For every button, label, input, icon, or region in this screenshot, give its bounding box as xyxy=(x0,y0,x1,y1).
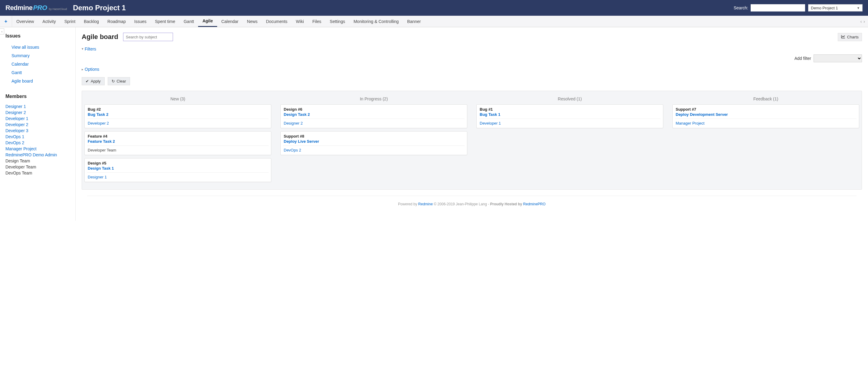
tab-overview[interactable]: Overview xyxy=(12,16,38,27)
footer: Powered by Redmine © 2006-2019 Jean-Phil… xyxy=(87,196,857,215)
reload-icon: ↻ xyxy=(112,79,115,84)
column-header: New (3) xyxy=(84,94,271,104)
board-card[interactable]: Bug #1Bug Task 1Developer 1 xyxy=(476,104,663,128)
board-card[interactable]: Design #5Design Task 1Designer 1 xyxy=(84,158,271,182)
board-column: Feedback (1)Support #7Deploy Development… xyxy=(670,91,862,189)
tabs-prev-icon[interactable]: ‹ xyxy=(861,19,862,24)
chevron-down-icon: ▾ xyxy=(82,47,84,51)
search-label: Search: xyxy=(734,5,748,10)
card-assignee[interactable]: DevOps 2 xyxy=(284,148,301,152)
card-title[interactable]: Deploy Live Server xyxy=(284,139,464,144)
tabs-next-icon[interactable]: › xyxy=(864,19,865,24)
member-devops-2[interactable]: DevOps 2 xyxy=(5,140,70,146)
tab-roadmap[interactable]: Roadmap xyxy=(103,16,130,27)
logo[interactable]: RedminePRO by HazerCloud xyxy=(5,4,67,12)
member-developer-3[interactable]: Developer 3 xyxy=(5,128,70,134)
tab-news[interactable]: News xyxy=(243,16,262,27)
apply-label: Apply xyxy=(91,79,101,84)
search-input[interactable] xyxy=(751,4,805,11)
search-wrap: Search: xyxy=(734,4,805,11)
card-assignee[interactable]: Developer 1 xyxy=(480,121,501,126)
chevron-right-icon: ▸ xyxy=(82,67,84,71)
tab-wiki[interactable]: Wiki xyxy=(291,16,308,27)
sidebar-link-summary[interactable]: Summary xyxy=(5,52,70,60)
sidebar-link-gantt[interactable]: Gantt xyxy=(5,68,70,77)
sidebar-collapse-handle[interactable]: ‹ xyxy=(0,28,4,34)
sidebar-link-view-all-issues[interactable]: View all issues xyxy=(5,43,70,52)
tab-calendar[interactable]: Calendar xyxy=(217,16,243,27)
footer-hosted: Proudly Hosted by xyxy=(490,202,523,206)
card-type: Bug #1 xyxy=(480,107,660,112)
card-type: Support #7 xyxy=(676,107,856,112)
tab-agile[interactable]: Agile xyxy=(198,16,217,27)
page-title: Agile board xyxy=(82,33,118,41)
board-card[interactable]: Support #8Deploy Live ServerDevOps 2 xyxy=(280,131,467,155)
logo-text: Redmine xyxy=(5,4,32,12)
column-header: Feedback (1) xyxy=(672,94,859,104)
agile-board: New (3)Bug #2Bug Task 2Developer 2Featur… xyxy=(82,91,862,190)
member-developer-2[interactable]: Developer 2 xyxy=(5,122,70,128)
board-column: Resolved (1)Bug #1Bug Task 1Developer 1 xyxy=(474,91,666,189)
filters-label: Filters xyxy=(85,46,96,52)
card-assignee[interactable]: Manager Project xyxy=(676,121,704,126)
board-card[interactable]: Design #6Design Task 2Designer 2 xyxy=(280,104,467,128)
project-selector-value: Demo Project 1 xyxy=(811,6,838,10)
member-redminepro-demo-admin[interactable]: RedminePRO Demo Admin xyxy=(5,152,70,158)
project-selector[interactable]: Demo Project 1 ▼ xyxy=(808,4,863,11)
board-column: New (3)Bug #2Bug Task 2Developer 2Featur… xyxy=(82,91,274,189)
board-card[interactable]: Bug #2Bug Task 2Developer 2 xyxy=(84,104,271,128)
board-card[interactable]: Support #7Deploy Development ServerManag… xyxy=(672,104,859,128)
filters-toggle[interactable]: ▾ Filters xyxy=(82,46,96,52)
clear-button[interactable]: ↻ Clear xyxy=(108,77,130,85)
project-title[interactable]: Demo Project 1 xyxy=(73,4,126,12)
member-designer-1[interactable]: Designer 1 xyxy=(5,103,70,109)
tab-issues[interactable]: Issues xyxy=(130,16,151,27)
member-manager-project[interactable]: Manager Project xyxy=(5,146,70,152)
card-title[interactable]: Design Task 2 xyxy=(284,112,464,117)
check-icon: ✔ xyxy=(86,79,89,84)
tab-monitoring-controlling[interactable]: Monitoring & Controlling xyxy=(349,16,403,27)
add-filter-select[interactable] xyxy=(813,55,862,62)
footer-redminepro-link[interactable]: RedminePRO xyxy=(523,202,546,206)
tab-activity[interactable]: Activity xyxy=(38,16,60,27)
tab-documents[interactable]: Documents xyxy=(262,16,292,27)
footer-copyright: © 2006-2019 Jean-Philippe Lang - xyxy=(433,202,490,206)
tab-backlog[interactable]: Backlog xyxy=(80,16,103,27)
sidebar-link-agile-board[interactable]: Agile board xyxy=(5,77,70,85)
footer-redmine-link[interactable]: Redmine xyxy=(418,202,433,206)
card-title[interactable]: Design Task 1 xyxy=(88,166,268,170)
tab-spent-time[interactable]: Spent time xyxy=(151,16,179,27)
footer-powered: Powered by xyxy=(398,202,418,206)
chart-icon xyxy=(841,35,845,39)
sidebar-link-calendar[interactable]: Calendar xyxy=(5,60,70,68)
logo-subtitle: by HazerCloud xyxy=(49,7,67,10)
tab-files[interactable]: Files xyxy=(308,16,326,27)
card-type: Design #5 xyxy=(88,161,268,165)
subject-search-input[interactable] xyxy=(123,33,173,41)
card-title[interactable]: Bug Task 1 xyxy=(480,112,660,117)
board-column: In Progress (2)Design #6Design Task 2Des… xyxy=(278,91,470,189)
main-content: Agile board Charts ▾ Filters Add filter … xyxy=(75,27,868,221)
card-title[interactable]: Feature Task 2 xyxy=(88,139,268,144)
column-header: Resolved (1) xyxy=(476,94,663,104)
member-developer-1[interactable]: Developer 1 xyxy=(5,116,70,122)
member-devops-1[interactable]: DevOps 1 xyxy=(5,134,70,140)
apply-button[interactable]: ✔ Apply xyxy=(82,77,105,85)
add-button[interactable]: + xyxy=(0,16,12,27)
tab-sprint[interactable]: Sprint xyxy=(60,16,80,27)
card-assignee[interactable]: Developer 2 xyxy=(88,121,109,126)
tab-banner[interactable]: Banner xyxy=(403,16,425,27)
sidebar-members-heading: Members xyxy=(5,94,70,99)
charts-button[interactable]: Charts xyxy=(838,33,862,41)
card-title[interactable]: Bug Task 2 xyxy=(88,112,268,117)
card-title[interactable]: Deploy Development Server xyxy=(676,112,856,117)
member-devops-team: DevOps Team xyxy=(5,170,70,176)
card-assignee[interactable]: Designer 1 xyxy=(88,175,107,179)
board-card[interactable]: Feature #4Feature Task 2Developer Team xyxy=(84,131,271,155)
clear-label: Clear xyxy=(117,79,126,84)
tab-gantt[interactable]: Gantt xyxy=(179,16,198,27)
tab-settings[interactable]: Settings xyxy=(326,16,349,27)
member-designer-2[interactable]: Designer 2 xyxy=(5,109,70,116)
options-toggle[interactable]: ▸ Options xyxy=(82,67,99,72)
card-assignee[interactable]: Designer 2 xyxy=(284,121,303,126)
